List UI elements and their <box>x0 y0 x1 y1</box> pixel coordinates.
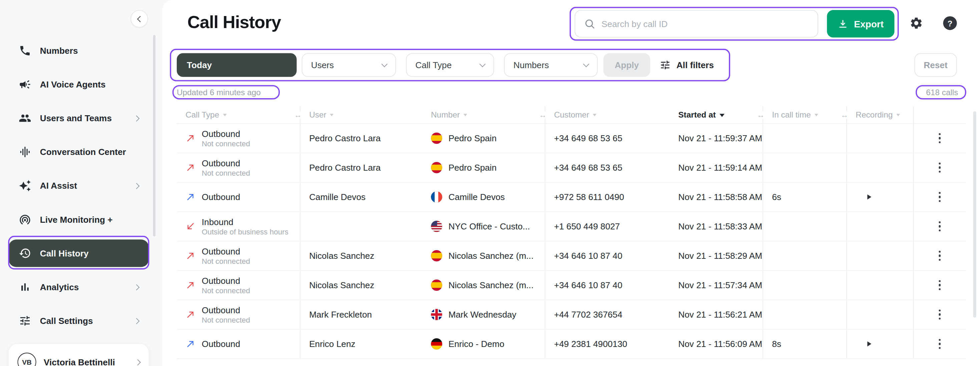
cell-customer: +34 646 10 87 40 <box>546 241 670 270</box>
sidebar-item-live-monitoring[interactable]: Live Monitoring + <box>9 203 148 237</box>
sidebar-item-analytics[interactable]: Analytics <box>9 270 148 304</box>
column-resize-icon[interactable]: ↔ <box>757 111 764 118</box>
cell-recording <box>847 153 914 182</box>
sidebar-item-numbers[interactable]: Numbers <box>9 34 148 67</box>
flag-de-icon <box>431 338 442 350</box>
column-resize-icon[interactable]: ↔ <box>539 111 546 118</box>
call-row[interactable]: InboundOutside of business hoursNYC Offi… <box>177 212 966 241</box>
column-label: In call time <box>772 110 811 120</box>
user-card[interactable]: VB Victoria Bettinelli <box>9 344 148 366</box>
row-menu-icon[interactable] <box>935 159 944 176</box>
apply-button[interactable]: Apply <box>603 53 650 77</box>
call-row[interactable]: OutboundNot connectedNicolas SanchezNico… <box>177 271 966 300</box>
call-row[interactable]: OutboundNot connectedNicolas SanchezNico… <box>177 241 966 271</box>
column-header-started-at[interactable]: Started at <box>670 106 763 123</box>
outbound-arrow-icon <box>185 251 196 261</box>
column-header-number[interactable]: Number <box>422 106 546 123</box>
cell-user: Pedro Castro Lara <box>301 124 422 153</box>
column-header-customer[interactable]: ↔Customer <box>546 106 670 123</box>
cell-recording <box>847 329 914 358</box>
call-note-text: Outside of business hours <box>202 227 288 236</box>
column-header-call-type[interactable]: Call Type <box>177 106 301 123</box>
call-note-text: Not connected <box>202 257 250 265</box>
sidebar-item-label: Numbers <box>40 46 78 56</box>
reset-button[interactable]: Reset <box>914 53 957 77</box>
sidebar-item-ai-assist[interactable]: AI Assist <box>9 169 148 203</box>
chevron-down-icon <box>479 61 486 67</box>
sidebar-item-label: Live Monitoring + <box>40 214 113 224</box>
column-header-actions <box>914 106 965 123</box>
users-filter-dropdown[interactable]: Users <box>302 53 396 77</box>
sidebar-item-ai-voice-agents[interactable]: AI Voice Agents <box>9 67 148 101</box>
cell-recording <box>847 241 914 270</box>
date-filter-button[interactable]: Today <box>177 53 297 77</box>
search-box <box>575 10 818 37</box>
call-type-text: Outbound <box>202 275 250 286</box>
column-header-recording[interactable]: ↔Recording <box>847 106 914 123</box>
call-row[interactable]: OutboundEnrico LenzEnrico - Demo+49 2381… <box>177 329 966 359</box>
inbound-arrow-icon <box>185 221 196 232</box>
numbers-filter-dropdown[interactable]: Numbers <box>504 53 598 77</box>
cell-in-call-time: 6s <box>763 183 847 211</box>
column-resize-icon[interactable]: ↔ <box>294 111 302 118</box>
cell-customer: +34 649 68 53 65 <box>546 153 670 182</box>
sidebar-nav: NumbersAI Voice AgentsUsers and TeamsCon… <box>9 34 148 337</box>
search-input[interactable] <box>601 19 809 29</box>
row-menu-icon[interactable] <box>935 336 944 352</box>
settings-gear-icon[interactable] <box>909 16 923 30</box>
export-button[interactable]: Export <box>827 10 894 37</box>
row-menu-icon[interactable] <box>935 189 944 205</box>
call-row[interactable]: OutboundNot connectedPedro Castro LaraPe… <box>177 124 966 153</box>
avatar: VB <box>18 353 36 366</box>
sliders-icon <box>659 59 671 71</box>
cell-actions <box>914 271 965 300</box>
call-type-text: Outbound <box>202 158 250 168</box>
cell-number: Nicolas Sanchez (m... <box>422 271 546 300</box>
sidebar-scrollbar[interactable] <box>153 35 156 237</box>
help-icon[interactable]: ? <box>943 16 957 30</box>
play-recording-icon[interactable] <box>865 340 873 348</box>
sidebar-item-conversation-center[interactable]: Conversation Center <box>9 135 148 169</box>
call-type-filter-dropdown[interactable]: Call Type <box>406 53 494 77</box>
sidebar-item-label: Call History <box>40 248 89 258</box>
cell-actions <box>914 300 965 329</box>
row-menu-icon[interactable] <box>935 218 944 235</box>
sidebar-item-label: AI Voice Agents <box>40 80 106 90</box>
number-name-text: Pedro Spain <box>448 163 496 173</box>
cell-in-call-time <box>763 271 847 300</box>
cell-started-at: Nov 21 - 11:59:37 AM <box>670 124 763 153</box>
cell-actions <box>914 212 965 241</box>
column-resize-icon[interactable]: ↔ <box>841 111 848 118</box>
row-menu-icon[interactable] <box>935 277 944 294</box>
call-note-text: Not connected <box>202 286 250 295</box>
play-recording-icon[interactable] <box>865 193 873 201</box>
sidebar-item-call-history[interactable]: Call History <box>9 240 148 267</box>
cell-actions <box>914 329 965 358</box>
cell-call-type: OutboundNot connected <box>177 241 301 270</box>
column-header-in-call-time[interactable]: ↔In call time <box>763 106 847 123</box>
all-filters-button[interactable]: All filters <box>654 53 719 77</box>
table-scrollbar[interactable] <box>973 111 976 318</box>
call-row[interactable]: OutboundNot connectedMark FreckletonMark… <box>177 300 966 329</box>
users-filter-label: Users <box>311 60 334 70</box>
equalizer-icon <box>19 145 31 158</box>
cell-user <box>301 212 422 241</box>
row-menu-icon[interactable] <box>935 248 944 264</box>
broadcast-icon <box>19 213 31 226</box>
sidebar-item-call-settings[interactable]: Call Settings <box>9 304 148 337</box>
cell-user: Camille Devos <box>301 183 422 211</box>
call-row[interactable]: OutboundCamille DevosCamille Devos+972 5… <box>177 183 966 212</box>
call-row[interactable]: OutboundNot connectedPedro Castro LaraPe… <box>177 153 966 183</box>
row-menu-icon[interactable] <box>935 130 944 147</box>
column-label: Number <box>431 110 460 120</box>
cell-started-at: Nov 21 - 11:56:21 AM <box>670 300 763 329</box>
row-menu-icon[interactable] <box>935 306 944 323</box>
cell-call-type: OutboundNot connected <box>177 271 301 300</box>
cell-started-at: Nov 21 - 11:59:14 AM <box>670 153 763 182</box>
sidebar-collapse-button[interactable] <box>130 10 148 27</box>
column-header-user[interactable]: ↔User <box>301 106 422 123</box>
chevron-right-icon <box>135 359 141 365</box>
flag-es-icon <box>431 162 442 173</box>
call-table: Call Type↔UserNumber↔CustomerStarted at↔… <box>177 106 966 359</box>
sidebar-item-users-and-teams[interactable]: Users and Teams <box>9 101 148 135</box>
